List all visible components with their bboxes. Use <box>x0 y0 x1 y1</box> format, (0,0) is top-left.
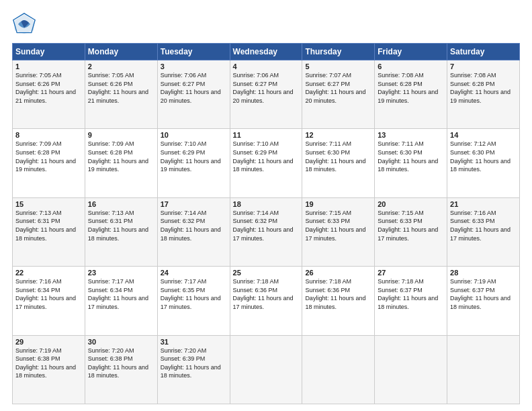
calendar-day-header: Thursday <box>302 44 375 60</box>
calendar-cell: 6 Sunrise: 7:08 AMSunset: 6:28 PMDayligh… <box>375 60 447 129</box>
day-number: 4 <box>233 62 300 71</box>
day-number: 9 <box>88 131 154 139</box>
day-detail: Sunrise: 7:07 AMSunset: 6:27 PMDaylight:… <box>305 72 365 104</box>
day-number: 13 <box>378 131 444 139</box>
day-detail: Sunrise: 7:19 AMSunset: 6:37 PMDaylight:… <box>450 278 511 310</box>
day-number: 29 <box>15 338 82 346</box>
day-detail: Sunrise: 7:18 AMSunset: 6:36 PMDaylight:… <box>305 278 365 310</box>
day-number: 31 <box>161 338 227 346</box>
day-detail: Sunrise: 7:08 AMSunset: 6:28 PMDaylight:… <box>378 72 438 104</box>
day-number: 10 <box>161 131 227 139</box>
day-detail: Sunrise: 7:06 AMSunset: 6:27 PMDaylight:… <box>161 72 221 104</box>
calendar-week-row: 29 Sunrise: 7:19 AMSunset: 6:38 PMDaylig… <box>13 335 520 404</box>
calendar-cell: 8 Sunrise: 7:09 AMSunset: 6:28 PMDayligh… <box>13 129 85 197</box>
day-number: 11 <box>233 131 300 139</box>
calendar-cell: 23 Sunrise: 7:17 AMSunset: 6:34 PMDaylig… <box>85 267 157 335</box>
day-number: 8 <box>15 131 82 139</box>
calendar-cell: 17 Sunrise: 7:14 AMSunset: 6:32 PMDaylig… <box>157 197 230 266</box>
day-number: 7 <box>450 62 517 71</box>
calendar-cell: 2 Sunrise: 7:05 AMSunset: 6:26 PMDayligh… <box>85 60 157 129</box>
day-detail: Sunrise: 7:16 AMSunset: 6:33 PMDaylight:… <box>450 210 511 242</box>
day-detail: Sunrise: 7:09 AMSunset: 6:28 PMDaylight:… <box>88 140 148 173</box>
day-detail: Sunrise: 7:11 AMSunset: 6:30 PMDaylight:… <box>378 140 438 173</box>
day-detail: Sunrise: 7:14 AMSunset: 6:32 PMDaylight:… <box>161 210 221 242</box>
day-detail: Sunrise: 7:10 AMSunset: 6:29 PMDaylight:… <box>233 140 294 173</box>
day-detail: Sunrise: 7:10 AMSunset: 6:29 PMDaylight:… <box>161 140 221 173</box>
day-number: 26 <box>305 269 371 277</box>
day-number: 27 <box>378 269 444 277</box>
day-number: 25 <box>233 269 300 277</box>
day-detail: Sunrise: 7:17 AMSunset: 6:35 PMDaylight:… <box>161 278 221 310</box>
day-number: 6 <box>378 62 444 71</box>
calendar-day-header: Sunday <box>13 44 85 60</box>
calendar-cell: 18 Sunrise: 7:14 AMSunset: 6:32 PMDaylig… <box>230 197 302 266</box>
calendar-week-row: 15 Sunrise: 7:13 AMSunset: 6:31 PMDaylig… <box>13 197 520 266</box>
calendar-cell: 20 Sunrise: 7:15 AMSunset: 6:33 PMDaylig… <box>375 197 447 266</box>
day-detail: Sunrise: 7:05 AMSunset: 6:26 PMDaylight:… <box>15 72 76 104</box>
page: SundayMondayTuesdayWednesdayThursdayFrid… <box>0 0 532 411</box>
day-number: 18 <box>233 200 300 208</box>
day-detail: Sunrise: 7:05 AMSunset: 6:26 PMDaylight:… <box>88 72 148 104</box>
day-detail: Sunrise: 7:16 AMSunset: 6:34 PMDaylight:… <box>15 278 76 310</box>
day-detail: Sunrise: 7:20 AMSunset: 6:38 PMDaylight:… <box>88 347 148 379</box>
day-detail: Sunrise: 7:09 AMSunset: 6:28 PMDaylight:… <box>15 140 76 173</box>
calendar-cell: 10 Sunrise: 7:10 AMSunset: 6:29 PMDaylig… <box>157 129 230 197</box>
day-detail: Sunrise: 7:08 AMSunset: 6:28 PMDaylight:… <box>450 72 511 104</box>
calendar-cell: 25 Sunrise: 7:18 AMSunset: 6:36 PMDaylig… <box>230 267 302 335</box>
calendar-day-header: Monday <box>85 44 157 60</box>
day-number: 28 <box>450 269 517 277</box>
day-number: 17 <box>161 200 227 208</box>
calendar-cell: 16 Sunrise: 7:13 AMSunset: 6:31 PMDaylig… <box>85 197 157 266</box>
day-number: 2 <box>88 62 154 71</box>
calendar-cell: 30 Sunrise: 7:20 AMSunset: 6:38 PMDaylig… <box>85 335 157 404</box>
calendar-cell: 9 Sunrise: 7:09 AMSunset: 6:28 PMDayligh… <box>85 129 157 197</box>
calendar-cell: 29 Sunrise: 7:19 AMSunset: 6:38 PMDaylig… <box>13 335 85 404</box>
calendar-day-header: Wednesday <box>230 44 302 60</box>
day-number: 14 <box>450 131 517 139</box>
calendar-cell: 7 Sunrise: 7:08 AMSunset: 6:28 PMDayligh… <box>447 60 520 129</box>
calendar-cell <box>375 335 447 404</box>
day-detail: Sunrise: 7:13 AMSunset: 6:31 PMDaylight:… <box>15 210 76 242</box>
header <box>12 12 520 36</box>
calendar-cell: 19 Sunrise: 7:15 AMSunset: 6:33 PMDaylig… <box>302 197 375 266</box>
calendar-table: SundayMondayTuesdayWednesdayThursdayFrid… <box>12 43 520 404</box>
calendar-week-row: 22 Sunrise: 7:16 AMSunset: 6:34 PMDaylig… <box>13 267 520 335</box>
calendar-cell: 21 Sunrise: 7:16 AMSunset: 6:33 PMDaylig… <box>447 197 520 266</box>
calendar-cell: 26 Sunrise: 7:18 AMSunset: 6:36 PMDaylig… <box>302 267 375 335</box>
day-number: 19 <box>305 200 371 208</box>
day-number: 24 <box>161 269 227 277</box>
day-detail: Sunrise: 7:15 AMSunset: 6:33 PMDaylight:… <box>378 210 438 242</box>
calendar-header-row: SundayMondayTuesdayWednesdayThursdayFrid… <box>13 44 520 60</box>
calendar-day-header: Saturday <box>447 44 520 60</box>
calendar-cell <box>447 335 520 404</box>
day-detail: Sunrise: 7:15 AMSunset: 6:33 PMDaylight:… <box>305 210 365 242</box>
calendar-cell: 4 Sunrise: 7:06 AMSunset: 6:27 PMDayligh… <box>230 60 302 129</box>
day-detail: Sunrise: 7:12 AMSunset: 6:30 PMDaylight:… <box>450 140 511 173</box>
day-number: 23 <box>88 269 154 277</box>
day-number: 20 <box>378 200 444 208</box>
calendar-cell <box>230 335 302 404</box>
day-number: 1 <box>15 62 82 71</box>
day-detail: Sunrise: 7:18 AMSunset: 6:36 PMDaylight:… <box>233 278 294 310</box>
day-detail: Sunrise: 7:06 AMSunset: 6:27 PMDaylight:… <box>233 72 294 104</box>
calendar-cell <box>302 335 375 404</box>
calendar-cell: 3 Sunrise: 7:06 AMSunset: 6:27 PMDayligh… <box>157 60 230 129</box>
calendar-week-row: 1 Sunrise: 7:05 AMSunset: 6:26 PMDayligh… <box>13 60 520 129</box>
calendar-cell: 24 Sunrise: 7:17 AMSunset: 6:35 PMDaylig… <box>157 267 230 335</box>
day-detail: Sunrise: 7:14 AMSunset: 6:32 PMDaylight:… <box>233 210 294 242</box>
day-number: 22 <box>15 269 82 277</box>
calendar-cell: 28 Sunrise: 7:19 AMSunset: 6:37 PMDaylig… <box>447 267 520 335</box>
day-number: 21 <box>450 200 517 208</box>
day-detail: Sunrise: 7:19 AMSunset: 6:38 PMDaylight:… <box>15 347 76 379</box>
calendar-cell: 1 Sunrise: 7:05 AMSunset: 6:26 PMDayligh… <box>13 60 85 129</box>
logo <box>12 12 39 36</box>
calendar-cell: 5 Sunrise: 7:07 AMSunset: 6:27 PMDayligh… <box>302 60 375 129</box>
calendar-cell: 12 Sunrise: 7:11 AMSunset: 6:30 PMDaylig… <box>302 129 375 197</box>
day-number: 15 <box>15 200 82 208</box>
day-detail: Sunrise: 7:13 AMSunset: 6:31 PMDaylight:… <box>88 210 148 242</box>
calendar-cell: 31 Sunrise: 7:20 AMSunset: 6:39 PMDaylig… <box>157 335 230 404</box>
day-number: 30 <box>88 338 154 346</box>
calendar-cell: 15 Sunrise: 7:13 AMSunset: 6:31 PMDaylig… <box>13 197 85 266</box>
calendar-day-header: Friday <box>375 44 447 60</box>
day-number: 16 <box>88 200 154 208</box>
